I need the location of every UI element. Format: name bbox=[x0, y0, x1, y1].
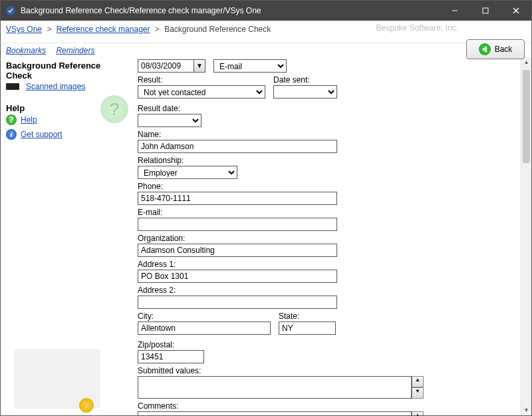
maximize-button[interactable] bbox=[470, 1, 501, 21]
help-watermark-icon: ? bbox=[100, 95, 128, 123]
address1-label: Address 1: bbox=[138, 260, 337, 269]
city-input[interactable] bbox=[138, 321, 271, 335]
chevron-down-icon[interactable]: ▼ bbox=[194, 59, 205, 73]
body: Background Reference Check Scanned image… bbox=[1, 57, 531, 415]
record-date-input[interactable] bbox=[138, 59, 194, 73]
date-sent-select[interactable] bbox=[273, 85, 337, 99]
date-sent-label: Date sent: bbox=[273, 75, 337, 85]
sidebar-item-support[interactable]: i Get support bbox=[6, 129, 128, 140]
organization-input[interactable] bbox=[138, 244, 337, 257]
back-button[interactable]: Back bbox=[466, 39, 525, 59]
zip-label: Zip/postal: bbox=[138, 340, 204, 349]
name-label: Name: bbox=[138, 130, 337, 139]
email-input[interactable] bbox=[138, 218, 337, 231]
organization-label: Organization: bbox=[138, 234, 337, 243]
svg-rect-2 bbox=[483, 8, 488, 13]
form-scroll: ▼ E-mail Result: Not yet contacted Date … bbox=[134, 57, 521, 415]
help-icon: ? bbox=[6, 114, 17, 125]
vertical-scrollbar[interactable]: ▴ ▾ bbox=[521, 57, 531, 415]
relationship-label: Relationship: bbox=[138, 156, 237, 165]
comments-textarea[interactable] bbox=[138, 411, 412, 415]
company-label: Bespoke Software, Inc. bbox=[376, 23, 458, 33]
ribbon-icon bbox=[79, 398, 94, 413]
submitted-stepper[interactable]: ▲▼ bbox=[412, 376, 424, 399]
breadcrumb-current: Background Reference Check bbox=[164, 25, 271, 34]
submitted-values-textarea[interactable] bbox=[138, 376, 412, 399]
toolbar-row: VSys One > Reference check manager > Bac… bbox=[1, 21, 531, 43]
info-icon: i bbox=[6, 129, 17, 140]
quicklinks-row: Bookmarks Reminders bbox=[1, 43, 531, 57]
address2-label: Address 2: bbox=[138, 286, 337, 295]
back-arrow-icon bbox=[479, 43, 491, 55]
scroll-down-icon[interactable]: ▾ bbox=[521, 405, 531, 415]
certificate-watermark bbox=[14, 349, 100, 409]
sidebar-item-scanned[interactable]: Scanned images bbox=[6, 82, 128, 91]
sidebar: Background Reference Check Scanned image… bbox=[1, 57, 134, 415]
result-label: Result: bbox=[138, 75, 265, 85]
close-button[interactable] bbox=[501, 1, 531, 21]
scroll-thumb[interactable] bbox=[523, 70, 530, 163]
bookmarks-link[interactable]: Bookmarks bbox=[6, 46, 46, 55]
comments-stepper[interactable]: ▲▼ bbox=[412, 411, 424, 415]
breadcrumb-root[interactable]: VSys One bbox=[6, 25, 42, 34]
chevron-up-icon[interactable]: ▲ bbox=[412, 376, 424, 387]
back-button-label: Back bbox=[495, 45, 513, 54]
support-link[interactable]: Get support bbox=[21, 130, 63, 139]
sidebar-heading-check: Background Reference Check bbox=[6, 61, 128, 81]
zip-input[interactable] bbox=[138, 350, 204, 363]
relationship-select[interactable]: Employer bbox=[138, 166, 237, 179]
state-input[interactable] bbox=[279, 321, 336, 335]
window-title: Background Reference Check/Reference che… bbox=[21, 6, 440, 15]
name-input[interactable] bbox=[138, 140, 337, 153]
phone-label: Phone: bbox=[138, 182, 337, 191]
email-label: E-mail: bbox=[138, 208, 337, 217]
chevron-up-icon[interactable]: ▲ bbox=[412, 411, 424, 415]
scanner-icon bbox=[6, 83, 19, 90]
breadcrumb-sep: > bbox=[155, 25, 160, 34]
state-label: State: bbox=[279, 312, 336, 321]
address1-input[interactable] bbox=[138, 270, 337, 283]
help-link[interactable]: Help bbox=[21, 115, 37, 124]
comments-label: Comments: bbox=[138, 401, 424, 411]
app-icon bbox=[5, 5, 17, 17]
address2-input[interactable] bbox=[138, 296, 337, 309]
titlebar: Background Reference Check/Reference che… bbox=[1, 1, 531, 21]
result-date-label: Result date: bbox=[138, 104, 201, 113]
breadcrumb-sep: > bbox=[47, 25, 51, 34]
chevron-down-icon[interactable]: ▼ bbox=[412, 387, 424, 399]
app-window: Background Reference Check/Reference che… bbox=[0, 0, 532, 416]
city-label: City: bbox=[138, 312, 271, 321]
submitted-label: Submitted values: bbox=[138, 366, 424, 375]
result-date-select[interactable] bbox=[138, 114, 201, 127]
record-date-picker[interactable]: ▼ bbox=[138, 59, 205, 73]
main-panel: ▼ E-mail Result: Not yet contacted Date … bbox=[134, 57, 531, 415]
breadcrumb: VSys One > Reference check manager > Bac… bbox=[6, 25, 271, 34]
breadcrumb-manager[interactable]: Reference check manager bbox=[57, 25, 150, 34]
phone-input[interactable] bbox=[138, 192, 337, 205]
scanned-images-link[interactable]: Scanned images bbox=[26, 82, 85, 91]
contact-method-select[interactable]: E-mail bbox=[213, 59, 287, 73]
reminders-link[interactable]: Reminders bbox=[56, 46, 94, 55]
minimize-button[interactable] bbox=[440, 1, 470, 21]
result-select[interactable]: Not yet contacted bbox=[138, 85, 265, 99]
